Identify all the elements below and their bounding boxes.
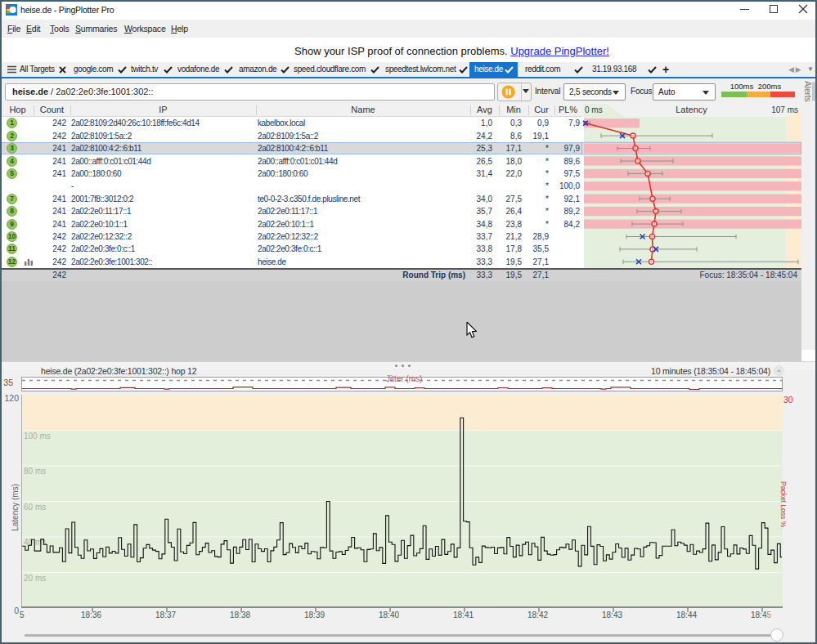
svg-text:100 ms: 100 ms: [24, 432, 51, 441]
svg-text:60 ms: 60 ms: [24, 503, 46, 512]
svg-text:20 ms: 20 ms: [24, 574, 46, 583]
svg-text:80 ms: 80 ms: [24, 467, 46, 476]
